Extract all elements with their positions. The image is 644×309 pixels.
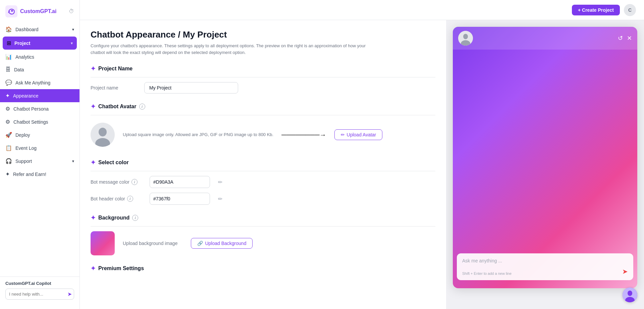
- sidebar-item-label: Dashboard: [15, 27, 39, 32]
- chatbot-send-button[interactable]: ➤: [622, 267, 628, 275]
- sidebar-item-label: Event Log: [15, 145, 37, 151]
- bottom-floating-avatar[interactable]: [623, 288, 637, 302]
- sidebar-nav: 🏠 Dashboard ▾ ⊞ Project ▾ 📊 Analytics 🗄 …: [0, 23, 79, 276]
- project-name-row: Project name: [91, 82, 435, 94]
- background-info-icon[interactable]: i: [132, 215, 138, 221]
- appearance-icon: ✦: [5, 92, 10, 99]
- event-icon: 📋: [5, 145, 12, 151]
- bot-header-color-input-wrap: [150, 193, 210, 205]
- logo-icon: [5, 5, 17, 17]
- project-name-title: ✦ Project Name: [91, 65, 435, 72]
- chatbot-close-icon[interactable]: ✕: [627, 35, 632, 42]
- premium-settings-title: ✦ Premium Settings: [91, 265, 435, 272]
- project-name-label: Project name: [91, 85, 138, 90]
- bot-message-color-input-wrap: [150, 176, 210, 188]
- avatar-info-icon[interactable]: i: [139, 104, 145, 110]
- avatar-preview: [91, 123, 115, 147]
- sidebar-item-label: Ask Me Anything: [15, 80, 50, 85]
- copilot-section: CustomGPT.ai Copilot ➤: [0, 276, 79, 304]
- background-title: ✦ Background i: [91, 214, 435, 222]
- link-icon: 🔗: [197, 241, 203, 246]
- project-icon: ⊞: [7, 40, 11, 46]
- chatbot-input-area: Ask me anything ... Shift + Enter to add…: [457, 253, 633, 280]
- sidebar-item-chatbot-persona[interactable]: ⚙ Chatbot Persona: [0, 102, 79, 115]
- premium-settings-section: ✦ Premium Settings: [91, 265, 435, 272]
- svg-point-6: [463, 34, 468, 39]
- chatbot-preview-topbar: ↺ ✕: [453, 27, 637, 50]
- copilot-input-wrap: ➤: [5, 289, 74, 300]
- upload-avatar-button[interactable]: ✏ Upload Avatar: [334, 129, 383, 140]
- project-chevron-icon: ▾: [71, 41, 73, 46]
- sidebar-item-project[interactable]: ⊞ Project ▾: [3, 37, 77, 50]
- bot-message-color-label: Bot message color i: [91, 179, 144, 185]
- support-icon: 🎧: [5, 158, 12, 164]
- sidebar-item-label: Analytics: [15, 54, 34, 60]
- sidebar-item-label: Appearance: [13, 93, 39, 99]
- user-avatar[interactable]: C: [624, 4, 636, 16]
- sidebar-item-label: Support: [15, 159, 32, 164]
- sidebar-item-label: Deploy: [15, 132, 30, 138]
- section-dots-icon: ✦: [91, 103, 96, 110]
- bot-header-color-input[interactable]: [153, 196, 212, 201]
- avatar-image: [91, 123, 115, 147]
- select-color-title: ✦ Select color: [91, 159, 435, 166]
- chatbot-refresh-icon[interactable]: ↺: [618, 35, 623, 42]
- create-project-button[interactable]: + Create Project: [572, 5, 620, 15]
- sidebar-item-event-log[interactable]: 📋 Event Log: [0, 141, 79, 154]
- divider: [91, 115, 435, 115]
- bot-message-color-input[interactable]: [153, 179, 212, 185]
- analytics-icon: 📊: [5, 54, 12, 60]
- page-description: Configure your chatbot's appearance. The…: [91, 43, 379, 56]
- copilot-send-icon[interactable]: ➤: [67, 291, 72, 297]
- sidebar-item-deploy[interactable]: 🚀 Deploy: [0, 128, 79, 141]
- support-chevron-icon: ▾: [72, 159, 74, 164]
- project-name-input[interactable]: [144, 82, 238, 94]
- chatbot-avatar-title: ✦ Chatbot Avatar i: [91, 103, 435, 110]
- copilot-title: CustomGPT.ai Copilot: [5, 281, 74, 286]
- chat-icon: 💬: [5, 79, 12, 86]
- page-title: Chatbot Appearance / My Project: [91, 29, 435, 40]
- bot-message-color-edit-icon[interactable]: ✏: [218, 179, 222, 185]
- chatbot-avatar-section: ✦ Chatbot Avatar i Upload square image: [91, 103, 435, 149]
- chatbot-input-placeholder[interactable]: Ask me anything ...: [462, 258, 628, 263]
- sidebar-item-chatbot-settings[interactable]: ⚙ Chatbot Settings: [0, 115, 79, 128]
- sidebar-item-dashboard[interactable]: 🏠 Dashboard ▾: [0, 23, 79, 36]
- avatar-section: Upload square image only. Allowed are JP…: [91, 120, 435, 149]
- avatar-upload-info: Upload square image only. Allowed are JP…: [123, 131, 273, 138]
- svg-point-1: [11, 10, 13, 12]
- divider: [91, 171, 435, 171]
- bot-header-color-info-icon[interactable]: i: [127, 196, 133, 202]
- persona-icon: ⚙: [5, 106, 10, 112]
- refer-icon: ✦: [5, 171, 10, 177]
- copilot-input[interactable]: [9, 292, 65, 297]
- arrow-indicator: ────────→: [281, 131, 326, 139]
- sidebar: CustomGPT.ai ⏱ 🏠 Dashboard ▾ ⊞ Project ▾…: [0, 0, 80, 309]
- sidebar-item-ask-me-anything[interactable]: 💬 Ask Me Anything: [0, 76, 79, 89]
- bot-message-color-info-icon[interactable]: i: [131, 179, 138, 185]
- sidebar-item-label: Chatbot Settings: [13, 119, 48, 125]
- sidebar-item-support[interactable]: 🎧 Support ▾: [0, 154, 79, 168]
- chatbot-input-row: Shift + Enter to add a new line ➤: [462, 267, 628, 275]
- background-content: Upload background image 🔗 Upload Backgro…: [91, 231, 435, 255]
- background-section: ✦ Background i Upload background image 🔗…: [91, 214, 435, 255]
- chevron-down-icon: ▾: [72, 27, 74, 32]
- clock-icon[interactable]: ⏱: [69, 8, 74, 14]
- sidebar-item-data[interactable]: 🗄 Data: [0, 63, 79, 76]
- select-color-section: ✦ Select color Bot message color i ✏: [91, 159, 435, 205]
- logo-area: CustomGPT.ai ⏱: [0, 5, 79, 23]
- sidebar-item-appearance[interactable]: ✦ Appearance: [0, 89, 79, 102]
- preview-panel: ↺ ✕ Ask me anything ... Shift + Enter to…: [446, 20, 644, 309]
- sidebar-item-analytics[interactable]: 📊 Analytics: [0, 50, 79, 63]
- sidebar-item-label: Data: [14, 67, 24, 72]
- chatbot-preview: ↺ ✕ Ask me anything ... Shift + Enter to…: [453, 27, 637, 288]
- bot-header-color-edit-icon[interactable]: ✏: [218, 196, 222, 202]
- chatbot-avatar-image: [458, 31, 473, 46]
- settings-panel: Chatbot Appearance / My Project Configur…: [80, 20, 446, 309]
- sidebar-project-label: Project: [14, 41, 71, 46]
- sidebar-item-refer-earn[interactable]: ✦ Refer and Earn!: [0, 168, 79, 181]
- upload-background-button[interactable]: 🔗 Upload Background: [191, 238, 253, 249]
- section-dots-icon: ✦: [91, 214, 96, 222]
- settings-icon: ⚙: [5, 119, 10, 125]
- divider: [91, 226, 435, 227]
- sidebar-item-label: Chatbot Persona: [13, 106, 49, 112]
